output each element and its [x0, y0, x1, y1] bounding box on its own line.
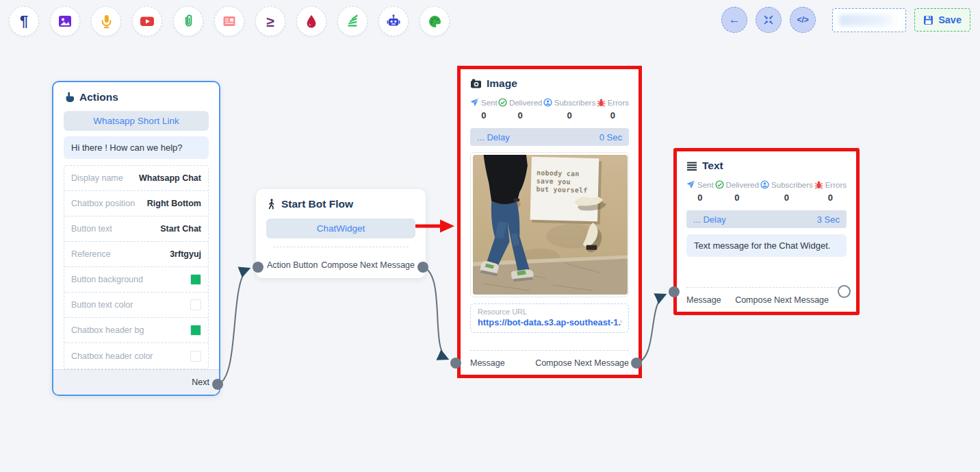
whatsapp-short-link-button[interactable]: Whatsapp Short Link [64, 111, 209, 131]
hand-pointer-icon [64, 92, 75, 103]
actions-node-footer: Next [53, 369, 219, 395]
audio-component-button[interactable] [91, 6, 121, 36]
delay-value: 3 Sec [817, 214, 840, 225]
field-chatbox-position[interactable]: Chatbox position Right Bottom [64, 191, 208, 216]
svg-text:save you: save you [537, 177, 571, 185]
connection-start-to-image [423, 267, 448, 359]
save-button[interactable]: Save [914, 8, 970, 32]
errors-icon [597, 98, 606, 107]
sent-icon [470, 98, 479, 107]
card-component-button[interactable] [214, 6, 244, 36]
sequence-component-button[interactable] [337, 6, 368, 36]
start-node-ports: Action Button Compose Next Message [256, 252, 426, 278]
droplet-icon [305, 14, 318, 28]
back-button[interactable]: ← [721, 7, 747, 33]
svg-text:but yourself: but yourself [536, 185, 587, 194]
text-node-title: Text [702, 160, 723, 172]
compose-next-message-port-label: Compose Next Message [735, 295, 829, 305]
port-image-compose-next-message[interactable] [631, 358, 642, 369]
color-swatch[interactable] [190, 299, 201, 310]
port-start-action-button[interactable] [253, 262, 263, 273]
condition-component-button[interactable]: ≥ [255, 6, 285, 36]
chatwidget-button[interactable]: ChatWidget [266, 219, 415, 238]
stat-delivered: Delivered 0 [498, 98, 543, 121]
image-delay-setting[interactable]: ... Delay 0 Sec [470, 128, 629, 146]
sent-icon [686, 180, 695, 189]
palette-icon [428, 14, 442, 29]
paperclip-icon [181, 14, 195, 28]
color-swatch[interactable] [190, 325, 201, 336]
text-node[interactable]: Text Sent 0 Delivered 0 Subscribers 0 Er… [677, 151, 856, 312]
svg-text:nobody can: nobody can [537, 169, 580, 178]
camera-icon [470, 78, 482, 89]
flow-title-value [839, 14, 899, 26]
fit-view-button[interactable] [756, 7, 782, 33]
drip-component-button[interactable] [296, 6, 326, 36]
bot-component-button[interactable] [378, 6, 409, 36]
stat-subscribers: Subscribers 0 [543, 98, 596, 121]
field-button-background[interactable]: Button background [64, 267, 208, 293]
delay-value: 0 Sec [599, 132, 622, 142]
port-image-message[interactable] [450, 358, 461, 369]
port-actions-next[interactable] [212, 379, 223, 390]
color-swatch[interactable] [190, 274, 201, 285]
image-node-ports: Message Compose Next Message [470, 350, 629, 375]
stat-sent: Sent 0 [686, 180, 714, 203]
field-button-text-color[interactable]: Button text color [64, 293, 208, 318]
field-display-name[interactable]: Display name Whatsapp Chat [64, 166, 208, 191]
actions-node-title: Actions [79, 91, 118, 103]
port-text-compose-next-message[interactable] [838, 285, 851, 298]
text-message-box[interactable]: Text message for the Chat Widget. [686, 234, 847, 257]
file-component-button[interactable] [173, 6, 203, 36]
next-port-label: Next [192, 377, 209, 387]
resource-url-value: https://bot-data.s3.ap-southeast-1.wasab… [478, 317, 621, 327]
flow-title-input[interactable] [832, 8, 906, 32]
floppy-disk-icon [923, 15, 933, 25]
stat-subscribers: Subscribers 0 [760, 180, 813, 203]
text-delay-setting[interactable]: ... Delay 3 Sec [686, 210, 847, 228]
field-button-text[interactable]: Button text Start Chat [64, 216, 208, 242]
greeting-message-box[interactable]: Hi there ! How can we help? [64, 136, 209, 159]
text-node-header: Text [686, 160, 847, 172]
resource-url-field[interactable]: Resource URL https://bot-data.s3.ap-sout… [470, 303, 629, 333]
sequence-icon [346, 14, 359, 28]
color-swatch[interactable] [190, 351, 201, 362]
video-component-button[interactable] [132, 6, 162, 36]
action-button-port-label: Action Button [267, 260, 318, 270]
start-node-header: Start Bot Flow [266, 198, 415, 210]
fit-view-icon [763, 14, 774, 25]
actions-node[interactable]: Actions Whatsapp Short Link Hi there ! H… [52, 81, 220, 396]
save-button-label: Save [938, 14, 962, 25]
actions-settings-list: Display name Whatsapp Chat Chatbox posit… [64, 165, 209, 369]
field-chatbox-header-bg[interactable]: Chatbox header bg [64, 318, 208, 343]
subscribers-icon [760, 180, 769, 189]
theme-component-button[interactable] [420, 6, 450, 36]
message-port-label: Message [470, 358, 505, 368]
delay-label: ... Delay [693, 214, 726, 225]
back-arrow-icon: ← [729, 13, 740, 27]
port-start-compose-next-message[interactable] [417, 262, 428, 273]
divider [273, 247, 409, 247]
resource-url-label: Resource URL [478, 308, 621, 316]
delivered-icon [498, 98, 507, 107]
field-reference[interactable]: Reference 3rftgyuj [64, 242, 208, 267]
start-node-title: Start Bot Flow [281, 198, 353, 210]
stat-errors: Errors 0 [597, 98, 629, 121]
greater-equal-icon: ≥ [266, 14, 274, 29]
stat-delivered: Delivered 0 [715, 180, 760, 203]
start-bot-flow-node[interactable]: Start Bot Flow ChatWidget Action Button … [256, 189, 426, 278]
compose-next-message-port-label: Compose Next Message [535, 358, 629, 368]
image-thumbnail[interactable]: nobody can save you but yourself [470, 152, 629, 297]
embed-code-button[interactable]: </> [790, 7, 816, 33]
field-chatbox-header-color[interactable]: Chatbox header color [64, 343, 208, 369]
port-text-message[interactable] [669, 286, 680, 297]
flow-canvas[interactable]: ¶ ≥ ← [0, 0, 980, 472]
image-node[interactable]: Image Sent 0 Delivered 0 Subscribers 0 E… [461, 69, 639, 375]
errors-icon [814, 180, 823, 189]
text-node-ports: Message Compose Next Message [686, 287, 847, 312]
image-component-button[interactable] [50, 6, 80, 36]
text-component-button[interactable]: ¶ [9, 6, 39, 36]
image-node-header: Image [470, 77, 629, 90]
youtube-icon [140, 14, 155, 29]
image-node-stats: Sent 0 Delivered 0 Subscribers 0 Errors … [470, 98, 629, 121]
